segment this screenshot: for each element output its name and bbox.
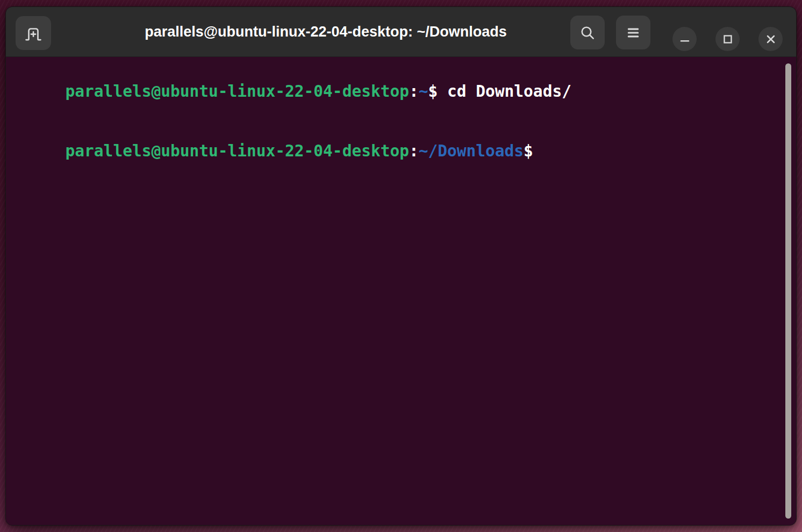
titlebar[interactable]: parallels@ubuntu-linux-22-04-desktop: ~/… xyxy=(6,7,796,57)
minimize-icon xyxy=(678,32,692,46)
scrollbar-thumb[interactable] xyxy=(785,63,791,519)
terminal-content[interactable]: parallels@ubuntu-linux-22-04-desktop:~$ … xyxy=(6,57,796,525)
prompt-user-host: parallels@ubuntu-linux-22-04-desktop xyxy=(66,82,409,100)
prompt-path: ~/Downloads xyxy=(419,142,524,160)
close-icon xyxy=(764,32,778,46)
hamburger-menu-button[interactable] xyxy=(616,16,650,49)
prompt-colon: : xyxy=(409,142,419,160)
close-button[interactable] xyxy=(758,27,783,51)
typed-command: cd Downloads/ xyxy=(438,82,571,100)
prompt-dollar: $ xyxy=(524,142,533,160)
window-title: parallels@ubuntu-linux-22-04-desktop: ~/… xyxy=(60,7,592,57)
maximize-button[interactable] xyxy=(715,27,740,51)
new-tab-button[interactable] xyxy=(16,16,51,50)
hamburger-menu-icon xyxy=(625,24,642,41)
terminal-window: parallels@ubuntu-linux-22-04-desktop: ~/… xyxy=(5,6,797,526)
prompt-dollar: $ xyxy=(428,82,438,100)
prompt-path: ~ xyxy=(419,82,428,100)
new-tab-icon xyxy=(24,25,42,42)
minimize-button[interactable] xyxy=(672,27,697,51)
prompt-colon: : xyxy=(409,82,419,100)
search-icon xyxy=(579,24,596,41)
terminal-line: parallels@ubuntu-linux-22-04-desktop:~$ … xyxy=(8,62,783,121)
prompt-user-host: parallels@ubuntu-linux-22-04-desktop xyxy=(66,142,409,160)
maximize-icon xyxy=(721,32,735,46)
scrollbar-track[interactable] xyxy=(784,61,794,521)
terminal-line: parallels@ubuntu-linux-22-04-desktop:~/D… xyxy=(8,121,783,181)
search-button[interactable] xyxy=(570,16,605,49)
